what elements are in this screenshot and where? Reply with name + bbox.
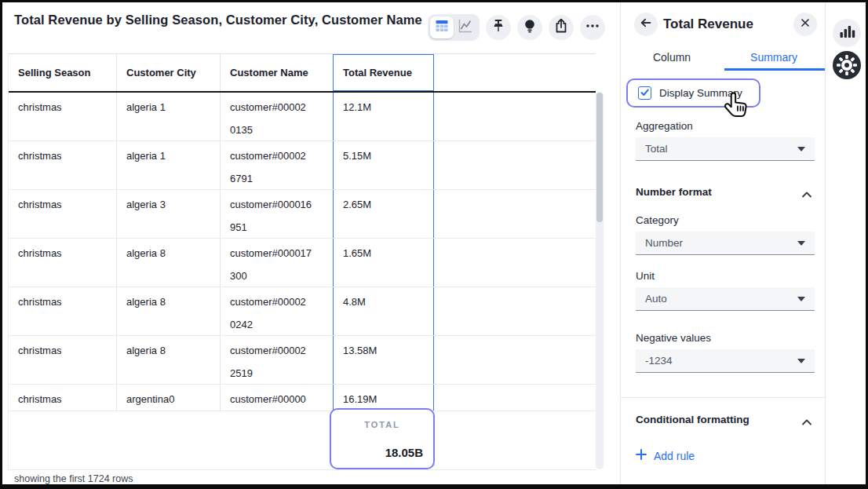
column-header-customer-city[interactable]: Customer City bbox=[116, 54, 220, 91]
lightbulb-icon bbox=[522, 18, 538, 37]
chart-config-button[interactable] bbox=[833, 19, 861, 47]
cell-customer[interactable]: customer#00002 0242 bbox=[220, 287, 333, 335]
checkmark-icon bbox=[640, 86, 650, 100]
table-row: christmas argentina0 customer#00000 16.1… bbox=[9, 385, 596, 411]
cell-season[interactable]: christmas bbox=[9, 239, 116, 286]
row-count-note: showing the first 1724 rows bbox=[14, 473, 133, 484]
close-panel-button[interactable] bbox=[793, 13, 817, 36]
share-icon bbox=[553, 18, 569, 37]
cell-revenue[interactable]: 16.19M bbox=[333, 385, 434, 411]
bar-chart-icon bbox=[837, 22, 856, 44]
cell-empty bbox=[434, 336, 596, 384]
cell-city[interactable]: algeria 8 bbox=[116, 287, 220, 335]
cell-revenue[interactable]: 4.8M bbox=[333, 287, 434, 335]
table-header-row: Selling Season Customer City Customer Na… bbox=[9, 54, 596, 93]
column-header-total-revenue-selected[interactable]: Total Revenue bbox=[333, 54, 434, 91]
gear-icon bbox=[832, 50, 862, 83]
unit-value: Auto bbox=[645, 293, 667, 305]
number-format-header[interactable]: Number format bbox=[636, 186, 712, 198]
cell-revenue[interactable]: 13.58M bbox=[333, 336, 434, 384]
negative-values-value: -1234 bbox=[645, 355, 673, 367]
cell-revenue[interactable]: 12.1M bbox=[333, 93, 434, 140]
chart-view-button[interactable] bbox=[454, 16, 477, 38]
category-value: Number bbox=[645, 237, 683, 249]
results-table: Selling Season Customer City Customer Na… bbox=[8, 53, 595, 470]
cell-customer[interactable]: customer#000017 300 bbox=[220, 239, 333, 286]
category-label: Category bbox=[636, 214, 679, 226]
settings-button[interactable] bbox=[833, 53, 861, 81]
view-toggle bbox=[428, 14, 480, 41]
total-label: TOTAL bbox=[341, 420, 423, 429]
cell-revenue[interactable]: 2.65M bbox=[333, 190, 434, 238]
table-row: christmas algeria 3 customer#000016 951 … bbox=[9, 190, 596, 239]
cell-season[interactable]: christmas bbox=[9, 190, 116, 238]
aggregation-label: Aggregation bbox=[636, 120, 693, 132]
cell-season[interactable]: christmas bbox=[9, 385, 116, 411]
table-row: christmas algeria 8 customer#000017 300 … bbox=[9, 239, 596, 287]
aggregation-value: Total bbox=[645, 143, 668, 155]
cell-season[interactable]: christmas bbox=[9, 141, 116, 189]
collapse-chevron-icon[interactable] bbox=[801, 415, 812, 429]
table-row: christmas algeria 8 customer#00002 0242 … bbox=[9, 287, 596, 336]
share-button[interactable] bbox=[549, 15, 574, 40]
pin-icon bbox=[491, 18, 506, 37]
caret-down-icon bbox=[797, 241, 805, 246]
column-header-customer-name[interactable]: Customer Name bbox=[220, 54, 333, 91]
negative-values-label: Negative values bbox=[636, 332, 711, 344]
conditional-formatting-header[interactable]: Conditional formatting bbox=[636, 414, 749, 425]
more-options-button[interactable] bbox=[580, 15, 605, 40]
cell-empty bbox=[434, 190, 596, 238]
back-button[interactable] bbox=[634, 13, 658, 36]
answer-toolbar bbox=[428, 14, 605, 41]
panel-title: Total Revenue bbox=[663, 16, 753, 32]
table-scrollbar-thumb[interactable] bbox=[596, 93, 603, 222]
page-title: Total Revenue by Selling Season, Custome… bbox=[14, 13, 422, 27]
cell-customer[interactable]: customer#000016 951 bbox=[220, 190, 333, 238]
back-arrow-icon bbox=[639, 16, 653, 33]
table-view-button[interactable] bbox=[430, 16, 454, 38]
cell-empty bbox=[434, 239, 596, 286]
cell-customer[interactable]: customer#00002 2519 bbox=[220, 336, 333, 384]
collapse-chevron-icon[interactable] bbox=[801, 188, 812, 202]
cell-empty bbox=[434, 385, 596, 411]
cell-revenue[interactable]: 1.65M bbox=[333, 239, 434, 286]
pin-button[interactable] bbox=[486, 15, 511, 40]
cell-revenue[interactable]: 5.15M bbox=[333, 141, 434, 189]
section-divider bbox=[621, 397, 825, 398]
total-summary-highlight: TOTAL 18.05B bbox=[330, 408, 435, 469]
hand-cursor bbox=[723, 91, 749, 124]
aggregation-dropdown[interactable]: Total bbox=[636, 137, 815, 161]
ellipsis-icon bbox=[585, 18, 600, 37]
table-icon bbox=[434, 18, 450, 37]
add-rule-button[interactable]: Add rule bbox=[636, 449, 695, 462]
cell-season[interactable]: christmas bbox=[9, 336, 116, 384]
table-row: christmas algeria 8 customer#00002 2519 … bbox=[9, 336, 596, 385]
column-settings-panel: Total Revenue Column Summary Display Sum… bbox=[621, 2, 825, 484]
table-row: christmas algeria 1 customer#00002 6791 … bbox=[9, 141, 596, 190]
caret-down-icon bbox=[797, 297, 805, 301]
unit-dropdown[interactable]: Auto bbox=[636, 287, 815, 311]
unit-label: Unit bbox=[636, 270, 655, 282]
cell-city[interactable]: argentina0 bbox=[116, 385, 220, 411]
column-header-empty bbox=[434, 54, 596, 91]
cell-customer[interactable]: customer#00002 0135 bbox=[220, 93, 333, 140]
tab-column[interactable]: Column bbox=[621, 46, 723, 71]
summary-row bbox=[9, 411, 596, 470]
cell-city[interactable]: algeria 1 bbox=[116, 93, 220, 140]
cell-city[interactable]: algeria 1 bbox=[116, 141, 220, 189]
close-icon bbox=[799, 16, 811, 32]
category-dropdown[interactable]: Number bbox=[636, 232, 815, 255]
negative-values-dropdown[interactable]: -1234 bbox=[636, 349, 815, 373]
cell-customer[interactable]: customer#00000 bbox=[220, 385, 333, 411]
insights-button[interactable] bbox=[517, 15, 542, 40]
cell-season[interactable]: christmas bbox=[9, 287, 116, 335]
cell-empty bbox=[434, 287, 596, 335]
cell-city[interactable]: algeria 8 bbox=[116, 336, 220, 384]
cell-city[interactable]: algeria 3 bbox=[116, 190, 220, 238]
display-summary-checkbox[interactable] bbox=[638, 86, 651, 100]
cell-customer[interactable]: customer#00002 6791 bbox=[220, 141, 333, 189]
cell-city[interactable]: algeria 8 bbox=[116, 239, 220, 286]
cell-season[interactable]: christmas bbox=[9, 93, 116, 140]
column-header-selling-season[interactable]: Selling Season bbox=[9, 54, 116, 91]
add-rule-label: Add rule bbox=[654, 450, 695, 462]
